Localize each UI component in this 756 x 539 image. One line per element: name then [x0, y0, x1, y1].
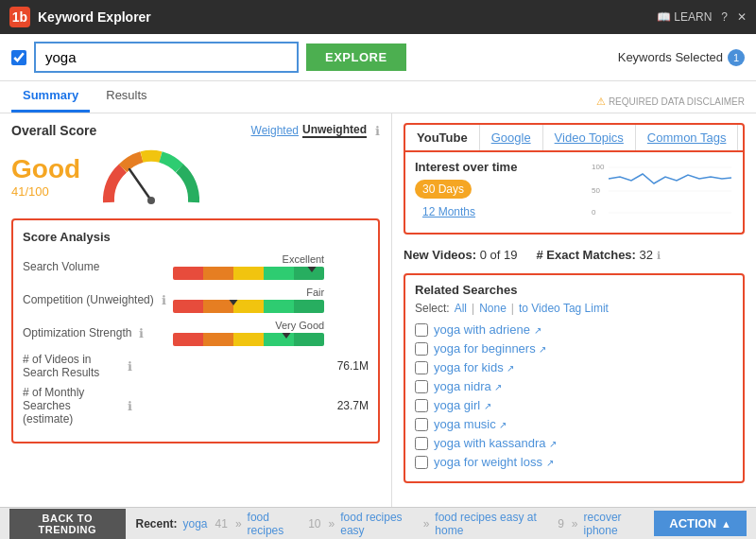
score-label-videos: # of Videos in Search Results ℹ: [23, 353, 132, 379]
keywords-selected: Keywords Selected 1: [618, 49, 745, 66]
score-type-buttons: Weighted Unweighted ℹ: [251, 123, 380, 138]
related-searches-title: Related Searches: [415, 283, 733, 297]
action-arrow-icon: ▲: [721, 518, 731, 530]
score-row-search-volume: Search Volume Excellent: [23, 253, 369, 280]
recent-yoga[interactable]: yoga: [183, 517, 208, 530]
overall-score-title: Overall Score: [11, 123, 96, 138]
related-item-checkbox-2[interactable]: [415, 361, 428, 374]
keywords-badge: 1: [728, 49, 745, 66]
related-item-text-3[interactable]: yoga nidra ↗: [434, 379, 502, 393]
related-item-checkbox-0[interactable]: [415, 323, 428, 337]
score-bar-optimization: Very Good: [173, 320, 324, 346]
tab-google[interactable]: Google: [480, 125, 543, 150]
keyword-checkbox[interactable]: [11, 50, 26, 65]
explore-button[interactable]: EXPLORE: [306, 43, 406, 71]
related-item-text-4[interactable]: yoga girl ↗: [434, 398, 491, 412]
related-item: yoga for kids ↗: [415, 360, 733, 374]
overall-score-header: Overall Score Weighted Unweighted ℹ: [11, 123, 380, 138]
score-info-icon[interactable]: ℹ: [375, 124, 380, 138]
disclaimer: ⚠ REQUIRED DATA DISCLAIMER: [596, 96, 745, 113]
tab-youtube[interactable]: YouTube: [405, 125, 480, 150]
learn-button[interactable]: 📖 LEARN: [657, 10, 712, 24]
recent-label: Recent:: [136, 517, 178, 530]
related-item-text-6[interactable]: yoga with kassandra ↗: [434, 436, 557, 450]
related-item: yoga for weight loss ↗: [415, 455, 733, 469]
recent-food-recipes-num: 10: [308, 517, 320, 530]
time-12-months[interactable]: 12 Months: [415, 202, 483, 221]
svg-point-1: [147, 197, 155, 204]
related-searches: Related Searches Select: All | None | to…: [404, 273, 745, 483]
score-label: Good: [11, 154, 80, 184]
recent-recover-iphone[interactable]: recover iphone: [584, 511, 649, 537]
svg-line-0: [129, 169, 151, 200]
app-title: Keyword Explorer: [38, 9, 657, 25]
bottom-bar: BACK TO TRENDING Recent: yoga 41 » food …: [0, 507, 756, 539]
related-item-text-5[interactable]: yoga music ↗: [434, 417, 507, 431]
score-label-competition: Competition (Unweighted) ℹ: [23, 293, 173, 307]
score-value: 41/100: [11, 184, 80, 199]
time-buttons: 30 Days 12 Months: [415, 180, 584, 221]
related-item: yoga nidra ↗: [415, 379, 733, 393]
tabs-bar: Summary Results ⚠ REQUIRED DATA DISCLAIM…: [0, 81, 756, 113]
related-item-checkbox-7[interactable]: [415, 456, 428, 469]
right-panel: YouTube Google Video Topics Common Tags …: [392, 113, 756, 507]
unweighted-btn[interactable]: Unweighted: [302, 123, 367, 138]
title-bar: 1b Keyword Explorer 📖 LEARN ? ✕: [0, 0, 756, 34]
recent-food-recipes-easy-at-home[interactable]: food recipes easy at home: [435, 511, 550, 537]
search-bar: EXPLORE Keywords Selected 1: [0, 34, 756, 81]
related-item: yoga with kassandra ↗: [415, 436, 733, 450]
keyword-search-input[interactable]: [34, 42, 299, 73]
score-analysis-title: Score Analysis: [23, 230, 369, 244]
recent-yoga-num: 41: [215, 517, 228, 530]
competition-info-icon[interactable]: ℹ: [162, 293, 166, 307]
related-item-text-0[interactable]: yoga with adriene ↗: [434, 322, 541, 337]
tab-summary[interactable]: Summary: [11, 80, 90, 113]
back-to-trending-button[interactable]: BACK TO TRENDING: [9, 509, 126, 539]
score-label-search-volume: Search Volume: [23, 260, 173, 273]
title-bar-actions: 📖 LEARN ? ✕: [657, 10, 747, 24]
related-select-row: Select: All | None | to Video Tag Limit: [415, 302, 733, 315]
new-videos-row: New Videos: 0 of 19 # Exact Matches: 32 …: [404, 244, 745, 266]
related-item-text-2[interactable]: yoga for kids ↗: [434, 360, 514, 374]
select-video-tag-limit-link[interactable]: to Video Tag Limit: [519, 302, 609, 315]
select-none-link[interactable]: None: [479, 302, 507, 315]
svg-text:50: 50: [592, 186, 600, 195]
optimization-info-icon[interactable]: ℹ: [139, 326, 144, 340]
exact-matches: # Exact Matches: 32 ℹ: [536, 248, 660, 262]
close-button[interactable]: ✕: [737, 10, 747, 24]
interest-label: Interest over time: [415, 160, 584, 174]
help-button[interactable]: ?: [721, 10, 728, 24]
score-display: Good 41/100: [11, 146, 380, 207]
related-item-checkbox-5[interactable]: [415, 418, 428, 431]
related-item-checkbox-3[interactable]: [415, 380, 428, 393]
main-content: Overall Score Weighted Unweighted ℹ Good…: [0, 113, 756, 507]
svg-text:0: 0: [592, 208, 596, 217]
score-row-videos: # of Videos in Search Results ℹ 76.1M: [23, 353, 369, 379]
new-videos-label: New Videos: 0 of 19: [404, 248, 517, 262]
score-analysis: Score Analysis Search Volume Excellent: [11, 218, 380, 443]
tab-video-topics[interactable]: Video Topics: [543, 125, 636, 150]
tab-results[interactable]: Results: [94, 80, 158, 113]
score-label-monthly: # of Monthly Searches (estimate) ℹ: [23, 386, 132, 426]
recent-food-recipes-easy-at-home-num: 9: [558, 517, 564, 530]
select-all-link[interactable]: All: [455, 302, 467, 315]
score-row-monthly: # of Monthly Searches (estimate) ℹ 23.7M: [23, 386, 369, 426]
related-item-checkbox-1[interactable]: [415, 342, 428, 356]
score-bar-competition: Fair: [173, 287, 324, 313]
related-item-text-7[interactable]: yoga for weight loss ↗: [434, 455, 554, 469]
related-item-text-1[interactable]: yoga for beginners ↗: [434, 341, 546, 356]
score-row-optimization: Optimization Strength ℹ Very Good: [23, 320, 369, 346]
tab-common-tags[interactable]: Common Tags: [636, 125, 739, 150]
left-panel: Overall Score Weighted Unweighted ℹ Good…: [0, 113, 392, 507]
sparkline: 100 50 0: [592, 160, 733, 219]
weighted-btn[interactable]: Weighted: [251, 124, 299, 137]
score-bar-search-volume: Excellent: [173, 253, 324, 280]
related-item-checkbox-6[interactable]: [415, 437, 428, 450]
recent-food-recipes[interactable]: food recipes: [248, 511, 301, 537]
action-button[interactable]: ACTION ▲: [654, 511, 747, 536]
recent-food-recipes-easy[interactable]: food recipes easy: [340, 511, 417, 537]
related-item: yoga girl ↗: [415, 398, 733, 412]
score-row-competition: Competition (Unweighted) ℹ Fair: [23, 287, 369, 313]
time-30-days[interactable]: 30 Days: [415, 180, 472, 199]
related-item-checkbox-4[interactable]: [415, 399, 428, 412]
